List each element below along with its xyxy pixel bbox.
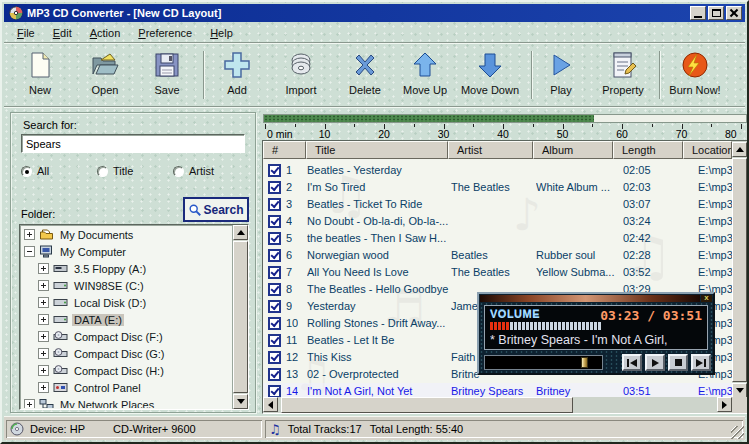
scroll-down-button[interactable] bbox=[732, 383, 747, 398]
track-checkbox[interactable] bbox=[268, 300, 281, 313]
scroll-up-button[interactable] bbox=[732, 142, 747, 157]
tree-item-label[interactable]: Compact Disc (H:) bbox=[72, 365, 166, 377]
new-button[interactable]: New bbox=[16, 49, 64, 103]
search-button[interactable]: Search bbox=[183, 197, 249, 222]
save-button[interactable]: Save bbox=[140, 49, 194, 103]
track-checkbox[interactable] bbox=[268, 232, 281, 245]
expand-toggle-icon[interactable] bbox=[38, 263, 49, 274]
radio-dot[interactable] bbox=[173, 166, 184, 177]
track-row[interactable]: 6Norwegian woodBeatlesRubber soul02:28E:… bbox=[263, 247, 732, 264]
vertical-scroll-thumb[interactable] bbox=[732, 158, 747, 382]
add-button[interactable]: Add bbox=[210, 49, 264, 103]
track-row[interactable]: 5the beatles - Then I Saw H...02:42E:\mp… bbox=[263, 230, 732, 247]
expand-toggle-icon[interactable] bbox=[24, 399, 35, 408]
player-stop-button[interactable] bbox=[668, 354, 688, 371]
player-close-button[interactable]: x bbox=[701, 295, 712, 302]
previous-track-button[interactable] bbox=[622, 354, 642, 371]
move-up-button[interactable]: Move Up bbox=[396, 49, 454, 103]
column-header-artist[interactable]: Artist bbox=[448, 141, 533, 159]
property-button[interactable]: Property bbox=[592, 49, 654, 103]
tree-item-compact-disc-g[interactable]: Compact Disc (G:) bbox=[21, 345, 232, 362]
tree-item-label[interactable]: Compact Disc (G:) bbox=[72, 348, 166, 360]
import-button[interactable]: Import bbox=[274, 49, 328, 103]
tree-scroll-thumb[interactable] bbox=[233, 241, 248, 393]
tree-item-label[interactable]: My Network Places bbox=[58, 399, 156, 409]
tree-item-compact-disc-h[interactable]: Compact Disc (H:) bbox=[21, 362, 232, 379]
tree-item-label[interactable]: Compact Disc (F:) bbox=[72, 331, 165, 343]
resize-grip[interactable] bbox=[731, 426, 744, 439]
track-checkbox[interactable] bbox=[268, 283, 281, 296]
burn-now-button[interactable]: Burn Now! bbox=[664, 49, 726, 103]
radio-artist[interactable]: Artist bbox=[173, 165, 214, 177]
track-checkbox[interactable] bbox=[268, 266, 281, 279]
expand-toggle-icon[interactable] bbox=[38, 314, 49, 325]
scroll-right-button[interactable] bbox=[717, 397, 732, 412]
menu-edit[interactable]: Edit bbox=[44, 24, 81, 42]
horizontal-scroll-thumb[interactable] bbox=[281, 397, 573, 413]
tree-item-label[interactable]: Local Disk (D:) bbox=[72, 297, 148, 309]
track-row[interactable]: 7All You Need Is LoveThe BeatlesYellow S… bbox=[263, 264, 732, 281]
collapse-toggle-icon[interactable] bbox=[24, 246, 35, 257]
play-button[interactable]: Play bbox=[536, 49, 586, 103]
tree-item-data-e[interactable]: DATA (E:) bbox=[21, 311, 232, 328]
column-header-number[interactable]: # bbox=[263, 141, 306, 159]
player-play-button[interactable] bbox=[645, 354, 665, 371]
tree-item-local-disk-d[interactable]: Local Disk (D:) bbox=[21, 294, 232, 311]
tree-scroll-down-button[interactable] bbox=[233, 394, 248, 409]
track-checkbox[interactable] bbox=[268, 215, 281, 228]
maximize-button[interactable] bbox=[708, 6, 724, 20]
tree-item-label[interactable]: DATA (E:) bbox=[72, 314, 124, 326]
volume-meter[interactable] bbox=[490, 322, 601, 330]
track-checkbox[interactable] bbox=[268, 249, 281, 262]
seek-slider-handle[interactable] bbox=[581, 357, 588, 368]
expand-toggle-icon[interactable] bbox=[24, 229, 35, 240]
track-checkbox[interactable] bbox=[268, 317, 281, 330]
tree-item-3-5-floppy-a[interactable]: 3.5 Floppy (A:) bbox=[21, 260, 232, 277]
tree-item-label[interactable]: My Documents bbox=[58, 229, 135, 241]
tree-item-label[interactable]: WIN98SE (C:) bbox=[72, 280, 146, 292]
player-seek-slider[interactable] bbox=[484, 355, 603, 370]
track-checkbox[interactable] bbox=[268, 351, 281, 364]
track-checkbox[interactable] bbox=[268, 181, 281, 194]
expand-toggle-icon[interactable] bbox=[38, 297, 49, 308]
menu-preference[interactable]: Preference bbox=[129, 24, 201, 42]
minimize-button[interactable] bbox=[690, 6, 706, 20]
open-button[interactable]: Open bbox=[78, 49, 132, 103]
expand-toggle-icon[interactable] bbox=[38, 382, 49, 393]
tree-item-label[interactable]: 3.5 Floppy (A:) bbox=[72, 263, 148, 275]
tree-item-win98se-c[interactable]: WIN98SE (C:) bbox=[21, 277, 232, 294]
radio-title[interactable]: Title bbox=[97, 165, 133, 177]
tree-item-compact-disc-f[interactable]: Compact Disc (F:) bbox=[21, 328, 232, 345]
expand-toggle-icon[interactable] bbox=[38, 348, 49, 359]
menu-file[interactable]: File bbox=[8, 24, 44, 42]
track-checkbox[interactable] bbox=[268, 368, 281, 381]
track-row[interactable]: 4No Doubt - Ob-la-di, Ob-la-...03:24E:\m… bbox=[263, 213, 732, 230]
next-track-button[interactable] bbox=[691, 354, 711, 371]
tree-item-my-computer[interactable]: My Computer bbox=[21, 243, 232, 260]
expand-toggle-icon[interactable] bbox=[38, 280, 49, 291]
tree-scrollbar[interactable] bbox=[232, 225, 248, 409]
title-bar[interactable]: MP3 CD Converter - [New CD Layout] bbox=[4, 4, 745, 22]
expand-toggle-icon[interactable] bbox=[38, 331, 49, 342]
tree-scroll-up-button[interactable] bbox=[233, 225, 248, 240]
radio-all[interactable]: All bbox=[21, 165, 49, 177]
menu-action[interactable]: Action bbox=[81, 24, 130, 42]
track-checkbox[interactable] bbox=[268, 198, 281, 211]
tree-item-label[interactable]: My Computer bbox=[58, 246, 128, 258]
tree-item-my-network-places[interactable]: My Network Places bbox=[21, 396, 232, 408]
tree-item-control-panel[interactable]: Control Panel bbox=[21, 379, 232, 396]
scroll-left-button[interactable] bbox=[263, 397, 278, 412]
radio-dot[interactable] bbox=[21, 166, 32, 177]
expand-toggle-icon[interactable] bbox=[38, 365, 49, 376]
track-row[interactable]: 3Beatles - Ticket To Ride03:07E:\mp3\ bbox=[263, 196, 732, 213]
track-row[interactable]: 2I'm So TiredThe BeatlesWhite Album ...0… bbox=[263, 179, 732, 196]
delete-button[interactable]: Delete bbox=[338, 49, 392, 103]
radio-dot[interactable] bbox=[97, 166, 108, 177]
tree-item-my-documents[interactable]: My Documents bbox=[21, 226, 232, 243]
move-down-button[interactable]: Move Down bbox=[454, 49, 526, 103]
mini-player[interactable]: x VOLUME 03:23 / 03:51 * Britney Spears … bbox=[477, 292, 715, 375]
close-button[interactable] bbox=[726, 6, 742, 20]
horizontal-scrollbar[interactable] bbox=[263, 397, 732, 413]
column-header-title[interactable]: Title bbox=[306, 141, 448, 159]
column-header-length[interactable]: Length bbox=[613, 141, 683, 159]
